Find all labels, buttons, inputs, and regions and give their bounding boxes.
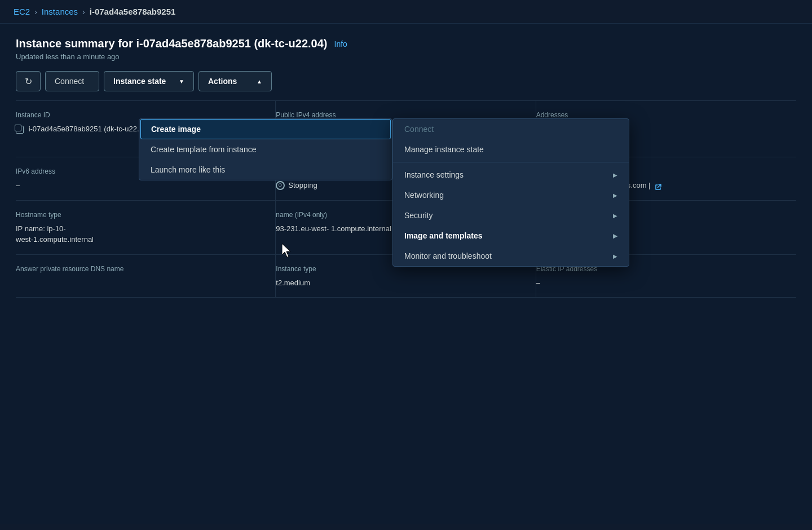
breadcrumb-instance-id: i-07ad4a5e878ab9251: [90, 7, 176, 16]
public-ipv4-label: Public IPv4 address: [276, 111, 524, 119]
ipv4-addresses-label: Addresses: [536, 111, 785, 119]
connect-label: Connect: [55, 77, 84, 86]
ipv6-value: –: [16, 180, 264, 191]
create-template-item[interactable]: Create template from instance: [139, 139, 392, 160]
actions-label: Actions: [208, 77, 237, 86]
page-title: Instance summary for i-07ad4a5e878ab9251…: [16, 37, 328, 50]
page-title-row: Instance summary for i-07ad4a5e878ab9251…: [16, 37, 796, 50]
dropdown-divider-1: [393, 162, 629, 162]
breadcrumb-instances[interactable]: Instances: [42, 7, 78, 16]
actions-security-item[interactable]: Security ▶: [393, 205, 629, 226]
info-link[interactable]: Info: [334, 39, 347, 48]
instance-id-label: Instance ID: [16, 111, 264, 119]
breadcrumb-sep2: ›: [82, 7, 85, 16]
page-header: Instance summary for i-07ad4a5e878ab9251…: [16, 37, 796, 61]
actions-connect-item[interactable]: Connect: [393, 119, 629, 139]
monitor-chevron: ▶: [613, 253, 617, 259]
main-content: Instance summary for i-07ad4a5e878ab9251…: [0, 24, 812, 524]
breadcrumb-sep1: ›: [34, 7, 37, 16]
actions-manage-state-item[interactable]: Manage instance state: [393, 139, 629, 160]
answer-dns-cell: Answer private resource DNS name: [16, 255, 276, 298]
actions-chevron: ▲: [257, 78, 262, 85]
hostname-value: IP name: ip-10- west-1.compute.internal: [16, 223, 264, 245]
elastic-ip-value: –: [536, 277, 785, 289]
create-image-item[interactable]: Create image: [140, 119, 391, 139]
actions-button[interactable]: Actions ▲: [198, 71, 272, 91]
actions-image-templates-item[interactable]: Image and templates ▶: [393, 226, 629, 246]
breadcrumb: EC2 › Instances › i-07ad4a5e878ab9251: [0, 0, 812, 24]
refresh-icon: ↻: [25, 76, 32, 87]
actions-networking-item[interactable]: Networking ▶: [393, 185, 629, 205]
stopping-icon: ⊙: [276, 181, 285, 190]
image-templates-chevron: ▶: [613, 233, 617, 239]
breadcrumb-ec2[interactable]: EC2: [14, 7, 30, 16]
copy-instance-id-icon[interactable]: [16, 126, 24, 134]
actions-instance-settings-item[interactable]: Instance settings ▶: [393, 165, 629, 185]
instance-state-label: Instance state: [113, 77, 166, 86]
hostname-label: Hostname type: [16, 211, 264, 219]
networking-chevron: ▶: [613, 192, 617, 198]
refresh-button[interactable]: ↻: [16, 71, 41, 91]
actions-dropdown: Connect Manage instance state Instance s…: [392, 118, 629, 267]
security-chevron: ▶: [613, 213, 617, 219]
hostname-cell: Hostname type IP name: ip-10- west-1.com…: [16, 201, 276, 255]
actions-monitor-item[interactable]: Monitor and troubleshoot ▶: [393, 246, 629, 266]
instance-state-button[interactable]: Instance state ▼: [104, 71, 194, 91]
instance-state-chevron: ▼: [179, 78, 184, 85]
instance-type-value: t2.medium: [276, 277, 524, 289]
launch-more-item[interactable]: Launch more like this: [139, 160, 392, 180]
answer-dns-label: Answer private resource DNS name: [16, 265, 264, 273]
dns-external-link-icon: [655, 183, 661, 189]
image-submenu: Create image Create template from instan…: [139, 118, 392, 180]
connect-button[interactable]: Connect: [45, 71, 99, 91]
page-subtitle: Updated less than a minute ago: [16, 52, 796, 61]
instance-settings-chevron: ▶: [613, 172, 617, 178]
toolbar: ↻ Connect Instance state ▼ Actions ▲: [16, 71, 796, 91]
